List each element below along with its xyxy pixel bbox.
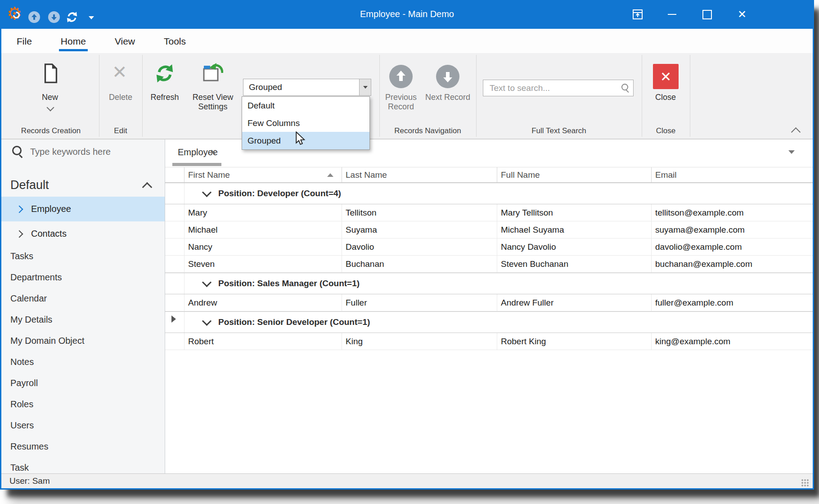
data-row[interactable]: MichaelSuyamaMichael Suyamasuyama@exampl… (165, 221, 813, 238)
sidebar-group-collapse-chevron-icon[interactable] (142, 182, 153, 193)
data-row[interactable]: AndrewFullerAndrew Fullerfuller@example.… (165, 294, 813, 311)
full-text-search-box[interactable] (483, 80, 634, 96)
tab-selected-indicator (172, 163, 221, 166)
cell-full-name[interactable]: Michael Suyama (497, 221, 652, 238)
sidebar-item-my-details[interactable]: My Details (1, 309, 165, 330)
view-variant-option-few-columns[interactable]: Few Columns (242, 114, 369, 132)
mouse-cursor (295, 131, 308, 146)
tab-close-icon[interactable]: ✕ (210, 148, 216, 157)
cell-last-name[interactable]: King (342, 333, 497, 350)
chevron-right-icon (16, 230, 23, 238)
reset-view-settings-button[interactable]: Reset View Settings (185, 93, 241, 112)
menu-tab-tools[interactable]: Tools (162, 32, 188, 51)
next-record-icon (436, 65, 459, 88)
focused-row-indicator-icon (171, 315, 176, 323)
sidebar-item-roles[interactable]: Roles (1, 394, 165, 415)
cell-first-name[interactable]: Andrew (184, 294, 342, 311)
cell-last-name[interactable]: Fuller (342, 294, 497, 311)
sidebar-item-contacts[interactable]: Contacts (1, 221, 165, 246)
grid-indicator-cell (165, 273, 184, 294)
sidebar-item-employee[interactable]: Employee (1, 197, 165, 221)
sidebar-item-calendar[interactable]: Calendar (1, 288, 165, 309)
view-variant-combobox[interactable]: Grouped (243, 79, 371, 96)
cell-email[interactable]: king@example.com (652, 333, 813, 350)
menu-tab-view[interactable]: View (113, 32, 137, 51)
data-row[interactable]: NancyDavolioNancy Davoliodavolio@example… (165, 238, 813, 256)
close-view-button[interactable]: ✕ (653, 64, 679, 89)
previous-record-icon (389, 65, 413, 88)
group-row[interactable]: Position: Sales Manager (Count=1) (165, 273, 813, 294)
collapse-ribbon-chevron-icon[interactable] (791, 127, 801, 137)
cell-first-name[interactable]: Robert (184, 333, 342, 350)
cell-full-name[interactable]: Nancy Davolio (497, 238, 652, 256)
next-record-button[interactable]: Next Record (423, 93, 472, 102)
view-variant-dropdown-button[interactable] (359, 79, 371, 95)
data-row[interactable]: RobertKingRobert Kingking@example.com (165, 333, 813, 350)
sidebar-item-task[interactable]: Task (1, 457, 165, 473)
menu-tab-file[interactable]: File (15, 32, 34, 51)
delete-button[interactable]: Delete (98, 93, 143, 102)
previous-record-button[interactable]: Previous Record (378, 93, 423, 112)
cell-full-name[interactable]: Andrew Fuller (497, 294, 652, 311)
group-expanded-chevron-icon[interactable] (202, 188, 212, 197)
sidebar-item-resumes[interactable]: Resumes (1, 436, 165, 457)
minimize-button[interactable] (662, 0, 682, 29)
close-window-button[interactable]: ✕ (732, 0, 752, 29)
grid-indicator-cell (165, 238, 184, 256)
new-dropdown-chevron-icon[interactable] (47, 104, 54, 112)
cell-last-name[interactable]: Davolio (342, 238, 497, 256)
app-window: ⚙ Employee - Main Demo ✕ FileHome (0, 0, 814, 490)
cell-last-name[interactable]: Tellitson (342, 204, 497, 221)
column-header-email[interactable]: Email (652, 167, 813, 182)
cell-email[interactable]: suyama@example.com (652, 221, 813, 238)
cell-email[interactable]: tellitson@example.com (652, 204, 813, 221)
maximize-button[interactable] (697, 0, 717, 29)
menu-tab-home[interactable]: Home (59, 32, 88, 51)
ribbon: New ✕ Delete Refresh R (1, 53, 813, 140)
cell-email[interactable]: davolio@example.com (652, 238, 813, 256)
cell-email[interactable]: fuller@example.com (652, 294, 813, 311)
ribbon-separator (476, 55, 477, 137)
sidebar-search[interactable]: Type keywords here (12, 146, 111, 158)
cell-full-name[interactable]: Robert King (497, 333, 652, 350)
column-header-last-name[interactable]: Last Name (342, 167, 497, 182)
cell-full-name[interactable]: Steven Buchanan (497, 256, 652, 273)
view-variant-option-default[interactable]: Default (242, 97, 369, 114)
sidebar-item-my-domain-object[interactable]: My Domain Object (1, 330, 165, 351)
sidebar-item-payroll[interactable]: Payroll (1, 373, 165, 394)
cell-last-name[interactable]: Suyama (342, 221, 497, 238)
group-row-label: Position: Sales Manager (Count=1) (218, 279, 360, 288)
cell-first-name[interactable]: Michael (184, 221, 342, 238)
group-row[interactable]: Position: Developer (Count=4) (165, 183, 813, 204)
group-row-label: Position: Senior Developer (Count=1) (218, 317, 370, 327)
resize-grip-icon[interactable] (801, 479, 809, 487)
search-icon[interactable] (621, 84, 630, 92)
cell-first-name[interactable]: Nancy (184, 238, 342, 256)
reset-view-settings-label-line1: Reset View (185, 93, 241, 102)
group-expanded-chevron-icon[interactable] (202, 316, 212, 326)
new-button[interactable]: New (27, 93, 72, 102)
data-row[interactable]: MaryTellitsonMary Tellitsontellitson@exa… (165, 204, 813, 221)
refresh-button[interactable]: Refresh (142, 93, 187, 102)
ribbon-pin-button[interactable] (627, 0, 648, 29)
sidebar-item-users[interactable]: Users (1, 415, 165, 436)
sidebar-item-tasks[interactable]: Tasks (1, 246, 165, 267)
sidebar-group-header[interactable]: Default (10, 178, 49, 192)
column-header-first-name[interactable]: First Name (184, 167, 342, 182)
status-bar: User: Sam (1, 473, 813, 489)
data-row[interactable]: StevenBuchananSteven Buchananbuchanan@ex… (165, 256, 813, 273)
sidebar-search-placeholder: Type keywords here (30, 147, 111, 157)
tab-list-caret-icon[interactable] (788, 150, 795, 154)
cell-full-name[interactable]: Mary Tellitson (497, 204, 652, 221)
sidebar-item-departments[interactable]: Departments (1, 267, 165, 288)
group-row[interactable]: Position: Senior Developer (Count=1) (165, 311, 813, 333)
ribbon-separator (690, 55, 690, 137)
group-expanded-chevron-icon[interactable] (202, 278, 212, 287)
cell-first-name[interactable]: Steven (184, 256, 342, 273)
cell-email[interactable]: buchanan@example.com (652, 256, 813, 273)
full-text-search-input[interactable] (489, 82, 616, 94)
column-header-full-name[interactable]: Full Name (497, 167, 652, 182)
sidebar-item-notes[interactable]: Notes (1, 351, 165, 373)
cell-first-name[interactable]: Mary (184, 204, 342, 221)
cell-last-name[interactable]: Buchanan (342, 256, 497, 273)
